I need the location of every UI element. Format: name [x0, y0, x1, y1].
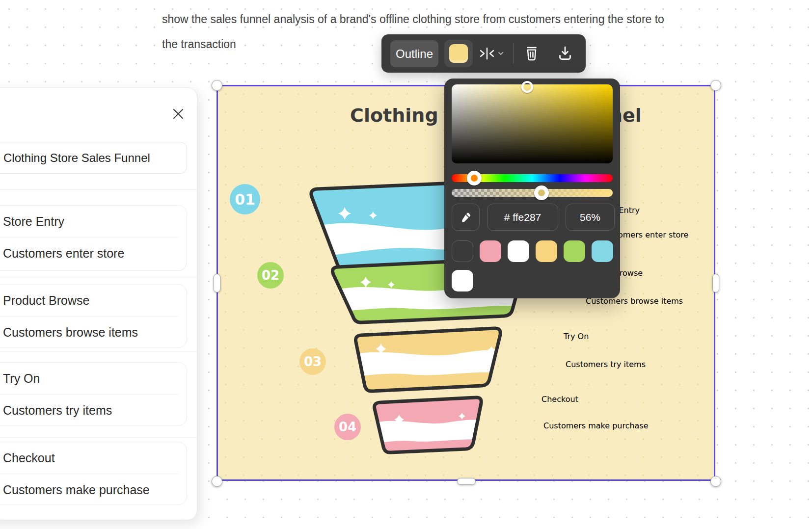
opacity-input[interactable]: 56%	[566, 204, 615, 231]
swatch-white[interactable]	[508, 240, 529, 262]
eyedropper-icon	[460, 212, 471, 223]
canvas-label-try-on: Try On	[564, 332, 589, 341]
opacity-slider[interactable]	[452, 189, 613, 197]
trash-icon	[524, 46, 539, 61]
fill-color-button[interactable]	[444, 40, 473, 67]
hue-handle[interactable]	[467, 171, 482, 185]
step-desc-field[interactable]: Customers make purchase	[0, 474, 187, 505]
saturation-area[interactable]	[452, 84, 613, 163]
align-horizontal-center-icon	[479, 46, 495, 61]
step-number-03: 03	[299, 348, 326, 375]
panel-divider	[0, 437, 197, 438]
fill-color-swatch	[449, 44, 468, 63]
step-desc-field[interactable]: Customers try items	[0, 395, 187, 426]
prompt-text-line1: show the sales funnel analysis of a bran…	[162, 13, 664, 26]
step-card-product-browse: Product Browse Customers browse items	[0, 284, 187, 348]
close-panel-button[interactable]	[169, 105, 187, 123]
step-desc-field[interactable]: Customers browse items	[0, 317, 187, 348]
swatch-none[interactable]	[452, 240, 473, 262]
download-icon	[558, 46, 572, 61]
download-button[interactable]	[556, 45, 574, 62]
outline-button[interactable]: Outline	[390, 40, 438, 67]
selection-handle-top-left[interactable]	[212, 80, 222, 91]
step-card-checkout: Checkout Customers make purchase	[0, 442, 187, 505]
funnel-layer-3	[352, 328, 507, 391]
funnel-layer-4	[371, 397, 487, 452]
selection-handle-left[interactable]	[214, 274, 220, 292]
step-card-store-entry: Store Entry Customers enter store	[0, 205, 187, 271]
align-center-button[interactable]	[479, 45, 509, 62]
color-picker-panel: # ffe287 56%	[444, 79, 620, 298]
steps-editor-panel: Clothing Store Sales Funnel Store Entry …	[0, 87, 197, 520]
eyedropper-button[interactable]	[452, 204, 480, 231]
selection-handle-bottom-left[interactable]	[212, 476, 222, 487]
selection-toolbar: Outline	[381, 34, 586, 73]
delete-button[interactable]	[523, 45, 541, 62]
selection-handle-top-right[interactable]	[710, 80, 721, 91]
canvas-label-checkout: Checkout	[541, 395, 578, 404]
step-number-04: 04	[334, 414, 361, 440]
saturation-handle[interactable]	[521, 81, 533, 93]
swatch-white-2[interactable]	[452, 270, 473, 291]
selection-handle-bottom[interactable]	[457, 478, 476, 485]
swatch-cyan[interactable]	[592, 240, 613, 262]
swatch-green[interactable]	[564, 240, 585, 262]
step-title-field[interactable]: Store Entry	[0, 206, 187, 237]
opacity-handle[interactable]	[534, 185, 549, 200]
panel-divider	[0, 277, 197, 277]
step-number-01: 01	[230, 184, 260, 214]
canvas-desc-checkout: Customers make purchase	[543, 421, 649, 430]
selection-handle-bottom-right[interactable]	[710, 476, 721, 487]
funnel-title-input[interactable]: Clothing Store Sales Funnel	[0, 142, 187, 174]
selection-handle-right[interactable]	[712, 274, 719, 292]
toolbar-divider	[513, 43, 514, 64]
swatch-yellow[interactable]	[536, 240, 557, 262]
step-card-try-on: Try On Customers try items	[0, 362, 187, 426]
step-title-field[interactable]: Checkout	[0, 442, 187, 474]
close-icon	[172, 107, 185, 120]
step-desc-field[interactable]: Customers enter store	[0, 238, 187, 269]
prompt-text-line2: the transaction	[162, 38, 236, 51]
panel-divider	[0, 351, 197, 352]
step-title-field[interactable]: Try On	[0, 363, 187, 394]
hex-color-input[interactable]: # ffe287	[487, 204, 558, 231]
swatch-pink[interactable]	[480, 240, 501, 262]
step-title-field[interactable]: Product Browse	[0, 285, 187, 316]
canvas-desc-try-on: Customers try items	[566, 360, 646, 369]
chevron-down-icon	[497, 51, 504, 56]
step-number-02: 02	[257, 262, 284, 289]
panel-divider	[0, 189, 197, 190]
